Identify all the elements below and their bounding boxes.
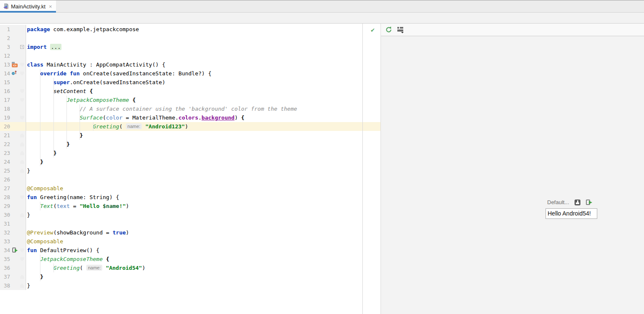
code-rows: 1package com.example.jetpackcompose23+im… [0, 25, 381, 290]
build-refresh-icon[interactable] [385, 26, 392, 33]
code-line[interactable]: 19 Surface(color = MaterialTheme.colors.… [0, 113, 381, 122]
preview-name-label[interactable]: Default... [547, 199, 569, 205]
line-number: 34 [0, 246, 10, 255]
run-preview-icon[interactable] [586, 200, 593, 205]
fold-marker[interactable] [20, 195, 24, 200]
gutter[interactable]: 35 [0, 255, 26, 263]
gutter[interactable]: 16 [0, 87, 26, 96]
code-line[interactable]: 29 Text(text = "Hello $name!") [0, 202, 381, 210]
gutter[interactable]: 18 [0, 104, 26, 113]
code-line[interactable]: 27@Composable [0, 184, 381, 193]
fold-marker[interactable] [20, 151, 24, 155]
code-line[interactable]: 31 [0, 219, 381, 228]
code-text: fun DefaultPreview() { [26, 246, 99, 255]
fold-marker[interactable] [20, 116, 24, 120]
line-number: 16 [0, 87, 10, 96]
code-line[interactable]: 1package com.example.jetpackcompose [0, 25, 381, 34]
code-editor[interactable]: 1package com.example.jetpackcompose23+im… [0, 24, 381, 314]
gutter[interactable]: 12 [0, 51, 26, 60]
gutter[interactable]: 19 [0, 113, 26, 122]
code-line[interactable]: 36 Greeting( name: "Android54") [0, 263, 381, 272]
fold-marker[interactable] [20, 213, 24, 217]
code-line[interactable]: 28fun Greeting(name: String) { [0, 193, 381, 202]
gutter[interactable]: 36 [0, 263, 26, 272]
fold-marker[interactable] [20, 275, 24, 279]
code-line[interactable]: 32@Preview(showBackground = true) [0, 228, 381, 237]
fold-marker[interactable] [20, 63, 24, 67]
layout-options-icon[interactable] [397, 27, 404, 33]
gutter[interactable]: 33 [0, 237, 26, 246]
fold-marker[interactable] [20, 284, 24, 288]
gutter[interactable]: 14↑ [0, 69, 26, 78]
gutter[interactable]: 20 [0, 122, 26, 131]
code-line[interactable]: 14↑ override fun onCreate(savedInstanceS… [0, 69, 381, 78]
code-line[interactable]: 3+import ... [0, 43, 381, 51]
code-line[interactable]: 26 [0, 175, 381, 184]
code-text: fun Greeting(name: String) { [26, 193, 119, 202]
gutter[interactable]: 34 [0, 246, 26, 255]
code-line[interactable]: 15 super.onCreate(savedInstanceState) [0, 78, 381, 87]
fold-marker[interactable] [20, 133, 24, 138]
gutter[interactable]: 29 [0, 202, 26, 210]
gutter[interactable]: 15 [0, 78, 26, 87]
fold-marker[interactable] [20, 257, 24, 261]
code-line[interactable]: 13<>class MainActivity : AppCompatActivi… [0, 60, 381, 69]
code-line[interactable]: 21 } [0, 131, 381, 140]
fold-marker[interactable] [20, 89, 24, 93]
gutter[interactable]: 13<> [0, 60, 26, 69]
gutter[interactable]: 31 [0, 219, 26, 228]
code-line[interactable]: 37 } [0, 272, 381, 281]
fold-marker[interactable] [20, 248, 24, 253]
line-number: 13 [0, 60, 10, 69]
code-line[interactable]: 34fun DefaultPreview() { [0, 246, 381, 255]
fold-marker[interactable] [20, 98, 24, 102]
line-number: 33 [0, 237, 10, 246]
code-line[interactable]: 12 [0, 51, 381, 60]
gutter[interactable]: 38 [0, 281, 26, 290]
fold-marker[interactable] [20, 160, 24, 164]
code-line[interactable]: 23 } [0, 149, 381, 157]
close-icon[interactable]: × [49, 4, 52, 9]
code-line[interactable]: 18 // A surface container using the 'bac… [0, 104, 381, 113]
tab-mainactivity[interactable]: MainActivity.kt × [0, 0, 56, 12]
gutter[interactable]: 24 [0, 157, 26, 166]
interactive-preview-icon[interactable] [575, 200, 580, 205]
code-line[interactable]: 17 JetpackComposeTheme { [0, 96, 381, 104]
fold-marker[interactable] [20, 169, 24, 173]
gutter[interactable]: 27 [0, 184, 26, 193]
code-line[interactable]: 35 JetpackComposeTheme { [0, 255, 381, 263]
line-number: 35 [0, 255, 10, 263]
code-line[interactable]: 33@Composable [0, 237, 381, 246]
fold-marker[interactable]: + [20, 45, 24, 49]
related-layout-icon[interactable]: <> [12, 62, 18, 67]
gutter[interactable]: 26 [0, 175, 26, 184]
gutter[interactable]: 23 [0, 149, 26, 157]
code-line[interactable]: 24 } [0, 157, 381, 166]
fold-marker[interactable] [20, 72, 24, 76]
gutter[interactable]: 25 [0, 166, 26, 175]
fold-marker[interactable] [20, 142, 24, 146]
compose-preview-pane: Default... Hello Android54! [381, 24, 644, 314]
gutter[interactable]: 1 [0, 25, 26, 34]
inspections-ok-check-icon[interactable]: ✔ [371, 26, 378, 33]
code-line[interactable]: 22 } [0, 140, 381, 149]
line-number: 14 [0, 69, 10, 78]
code-line[interactable]: 16 setContent { [0, 87, 381, 96]
code-line[interactable]: 38} [0, 281, 381, 290]
gutter[interactable]: 21 [0, 131, 26, 140]
gutter[interactable]: 17 [0, 96, 26, 104]
gutter[interactable]: 32 [0, 228, 26, 237]
code-line[interactable]: 30} [0, 210, 381, 219]
code-line[interactable]: 20 Greeting( name: "Android123") [0, 122, 381, 131]
code-text [26, 219, 27, 228]
code-line[interactable]: 2 [0, 34, 381, 43]
gutter[interactable]: 2 [0, 34, 26, 43]
gutter[interactable]: 37 [0, 272, 26, 281]
code-line[interactable]: 25} [0, 166, 381, 175]
gutter[interactable]: 30 [0, 210, 26, 219]
override-method-icon[interactable]: ↑ [12, 71, 18, 76]
run-preview-gutter-icon[interactable] [12, 247, 18, 253]
gutter[interactable]: 3+ [0, 43, 26, 51]
gutter[interactable]: 28 [0, 193, 26, 202]
gutter[interactable]: 22 [0, 140, 26, 149]
